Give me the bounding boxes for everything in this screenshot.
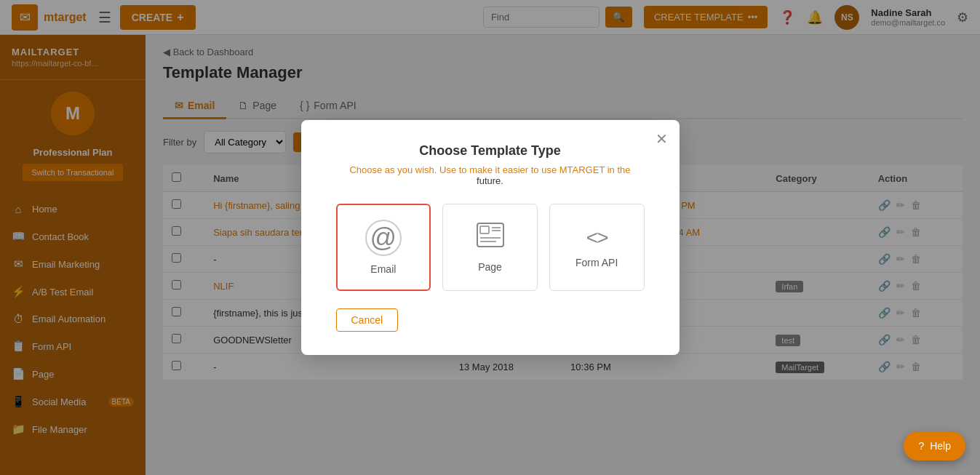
help-button[interactable]: ? Help xyxy=(904,431,965,460)
modal: ✕ Choose Template Type Choose as you wis… xyxy=(301,120,680,355)
email-option-label: Email xyxy=(370,263,396,275)
help-label: Help xyxy=(930,440,951,452)
svg-rect-0 xyxy=(477,223,503,247)
template-option-page[interactable]: Page xyxy=(442,204,538,291)
email-option-icon: @ xyxy=(365,220,402,256)
cancel-button[interactable]: Cancel xyxy=(336,308,399,332)
modal-title: Choose Template Type xyxy=(336,143,645,159)
modal-overlay: ✕ Choose Template Type Choose as you wis… xyxy=(0,0,980,475)
modal-cancel-row: Cancel xyxy=(336,308,645,332)
form-api-option-icon: <> xyxy=(586,226,607,250)
modal-subtitle: Choose as you wish. Use to make it easie… xyxy=(336,164,645,186)
page-option-icon xyxy=(476,222,505,254)
modal-subtitle-dark: future. xyxy=(477,175,503,186)
form-api-option-label: Form API xyxy=(575,257,618,268)
template-options: @ Email Page <> Form A xyxy=(336,204,645,291)
template-option-email[interactable]: @ Email xyxy=(336,204,431,291)
page-option-label: Page xyxy=(478,261,502,273)
modal-close-button[interactable]: ✕ xyxy=(656,130,668,148)
svg-rect-1 xyxy=(480,226,489,233)
help-icon: ? xyxy=(918,440,924,452)
modal-subtitle-orange: Choose as you wish. Use to make it easie… xyxy=(349,164,630,175)
template-option-form-api[interactable]: <> Form API xyxy=(549,204,645,291)
